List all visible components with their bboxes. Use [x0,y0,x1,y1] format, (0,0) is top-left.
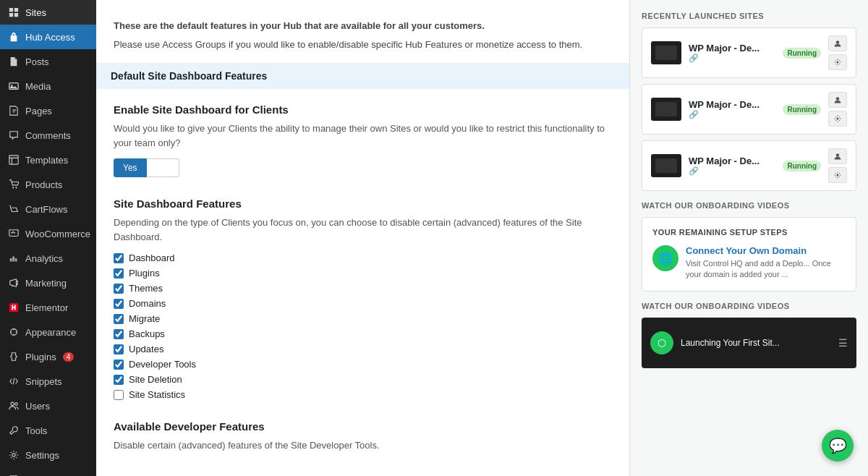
sidebar-item-label: Hub Access [25,32,75,43]
site-actions [828,148,847,183]
site-settings-button[interactable] [828,54,847,70]
checkbox-item[interactable]: Plugins [114,268,612,279]
sidebar-item-media[interactable]: Media [0,74,96,98]
setup-item-title[interactable]: Connect Your Own Domain [686,245,846,256]
sidebar-item-cartflows[interactable]: CartFlows [0,197,96,221]
feature-checkbox[interactable] [114,390,124,400]
sidebar-item-acf[interactable]: ACF [0,467,96,476]
svg-point-9 [12,454,15,456]
checkbox-item[interactable]: Site Statistics [114,389,612,400]
right-sidebar: RECENTLY LAUNCHED SITES WP Major - De...… [629,0,868,476]
checkbox-item[interactable]: Domains [114,298,612,309]
checkbox-item[interactable]: Dashboard [114,252,612,263]
feature-checkbox[interactable] [114,314,124,324]
sidebar-item-tools[interactable]: Tools [0,418,96,443]
sidebar-item-analytics[interactable]: Analytics [0,246,96,271]
video-menu-icon[interactable]: ☰ [838,337,848,349]
sidebar-item-posts[interactable]: Posts [0,49,96,74]
intro-section: These are the default features in your H… [114,19,612,51]
feature-checkbox[interactable] [114,329,124,339]
sidebar-item-label: Marketing [25,278,67,289]
sidebar-item-label: Products [25,179,62,190]
recently-launched-title: RECENTLY LAUNCHED SITES [642,12,856,20]
feature-checkbox[interactable] [114,253,124,263]
sidebar-item-elementor[interactable]: Elementor [0,295,96,320]
site-user-button[interactable] [828,35,847,51]
site-link: 🔗 [689,166,775,176]
sidebar: Sites Hub Access Posts Media Pages Comme… [0,0,96,476]
site-name: WP Major - De... [689,99,775,110]
sidebar-item-label: Posts [25,56,49,67]
feature-label: Site Deletion [129,374,182,385]
plugins-icon [7,350,20,363]
site-thumb-inner [655,158,677,173]
feature-checkbox[interactable] [114,344,124,354]
site-user-button[interactable] [828,148,847,164]
site-settings-button[interactable] [828,111,847,127]
features-description: Depending on the type of Clients you foc… [114,216,612,244]
checkbox-item[interactable]: Developer Tools [114,359,612,370]
sidebar-item-users[interactable]: Users [0,394,96,418]
site-user-button[interactable] [828,92,847,108]
sidebar-item-woocommerce[interactable]: WooCommerce [0,221,96,246]
svg-point-7 [11,402,14,405]
template-icon [7,153,20,166]
sites-list: WP Major - De... 🔗 Running WP Major - De… [642,27,856,191]
checkbox-item[interactable]: Migrate [114,313,612,324]
sidebar-item-settings[interactable]: Settings [0,443,96,467]
main-content: These are the default features in your H… [96,0,868,476]
sidebar-item-label: Tools [25,425,47,436]
default-features-header: Default Site Dashboard Features [96,63,629,89]
svg-rect-2 [9,156,18,164]
site-status-badge: Running [783,104,821,115]
watch-title2: WATCH OUR ONBOARDING VIDEOS [642,302,856,310]
woo-icon [7,227,20,240]
sidebar-item-snippets[interactable]: Snippets [0,369,96,394]
site-thumbnail [651,98,681,121]
site-link: 🔗 [689,110,775,119]
sidebar-item-marketing[interactable]: Marketing [0,271,96,295]
sidebar-item-sites[interactable]: Sites [0,0,96,25]
checkbox-item[interactable]: Backups [114,328,612,339]
site-name: WP Major - De... [689,156,775,166]
site-info: WP Major - De... 🔗 [689,43,775,63]
feature-label: Site Statistics [129,389,185,400]
sidebar-item-comments[interactable]: Comments [0,123,96,148]
sidebar-item-label: Snippets [25,376,62,387]
toggle-yes-button[interactable]: Yes [114,158,147,177]
checkbox-item[interactable]: Updates [114,344,612,354]
dev-section: Available Developer Features Disable cer… [114,420,612,453]
site-actions [828,92,847,127]
sidebar-item-hub-access[interactable]: Hub Access [0,25,96,49]
sidebar-item-templates[interactable]: Templates [0,148,96,172]
feature-checkbox[interactable] [114,284,124,294]
chat-button[interactable]: 💬 [822,430,854,462]
svg-point-3 [12,187,14,188]
sidebar-item-label: Plugins [25,352,56,362]
feature-checkbox[interactable] [114,360,124,370]
toggle-no-button[interactable] [147,158,179,177]
sidebar-item-plugins[interactable]: Plugins 4 [0,344,96,369]
site-settings-button[interactable] [828,167,847,183]
site-card: WP Major - De... 🔗 Running [642,84,856,135]
sidebar-item-products[interactable]: Products [0,172,96,197]
sidebar-item-label: Appearance [25,327,76,338]
dev-description: Disable certain (advanced) features of t… [114,438,612,453]
feature-checkbox[interactable] [114,375,124,385]
feature-label: Themes [129,283,163,294]
sidebar-item-label: Elementor [25,302,68,313]
setup-box-title: YOUR REMAINING SETUP STEPS [652,228,846,237]
checkbox-item[interactable]: Themes [114,283,612,294]
site-name: WP Major - De... [689,43,775,54]
feature-checkbox[interactable] [114,268,124,279]
checkbox-item[interactable]: Site Deletion [114,374,612,385]
site-thumb-inner [655,46,677,60]
globe-icon: 🌐 [652,245,678,271]
video-card[interactable]: ⬡ Launching Your First Sit... ☰ [642,318,856,368]
products-icon [7,178,20,191]
sidebar-item-pages[interactable]: Pages [0,98,96,123]
feature-checkbox[interactable] [114,299,124,309]
snippets-icon [7,375,20,388]
svg-point-14 [837,118,839,120]
sidebar-item-appearance[interactable]: Appearance [0,320,96,344]
